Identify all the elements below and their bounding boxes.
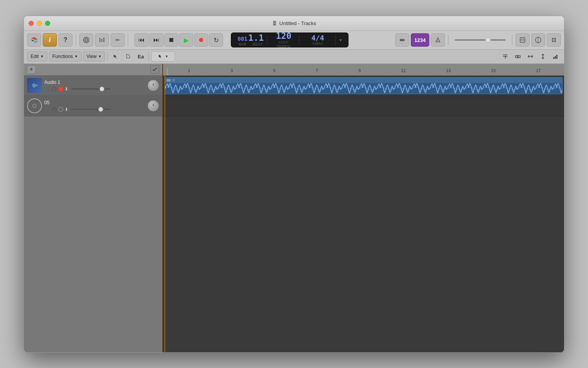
view-menu[interactable]: View ▼ (83, 51, 105, 62)
piano-button[interactable] (531, 33, 545, 47)
ea-tool[interactable]: Ea (135, 51, 146, 62)
library-icon: 📚 (31, 37, 38, 43)
count-in-button[interactable]: 1234 (411, 33, 429, 47)
lcd-bar-value: 001 (238, 36, 247, 42)
check-button[interactable] (151, 65, 159, 74)
track-2-row-area (163, 96, 564, 116)
pan-knob-2[interactable] (147, 100, 159, 112)
ruler-mark-1: 1 (188, 68, 190, 73)
sep-2 (128, 34, 128, 45)
volume-thumb[interactable] (485, 37, 491, 43)
empty-track-area (24, 116, 162, 352)
marquee-tool[interactable] (123, 51, 134, 62)
track-row[interactable]: 05 🎵 🎧 ⬇ (24, 96, 162, 116)
lcd-tempo-label: TEMPO (277, 44, 290, 48)
help-button[interactable]: ? (58, 33, 73, 47)
cursor-icon (158, 54, 163, 59)
clip-loop-icon: ⟳ (172, 78, 175, 82)
mute-button-2[interactable]: 🎵 (44, 107, 50, 112)
scissors-button[interactable]: ✂ (111, 33, 125, 47)
align-button[interactable] (500, 51, 511, 62)
fast-forward-button[interactable]: ⏭ (149, 33, 163, 47)
record-button[interactable]: ⏺ (194, 33, 208, 47)
ea-label: Ea (138, 54, 144, 60)
loop-browser-button[interactable] (79, 33, 93, 47)
timeline-ruler[interactable]: 1 3 5 7 9 11 13 15 17 (163, 64, 564, 76)
rewind-icon: ⏮ (138, 36, 145, 44)
lcd-bar-label: BAR (239, 42, 247, 46)
track-canvas: 05 ⟳ (163, 76, 564, 352)
minimize-button[interactable] (37, 21, 42, 26)
score-icon (519, 36, 526, 44)
edit-chevron-icon: ▼ (40, 54, 44, 58)
cursor-select[interactable]: ▼ (151, 51, 175, 62)
cycle-button[interactable]: ↻ (209, 33, 223, 47)
audio-clip[interactable]: 05 ⟳ (165, 77, 563, 94)
record-arm-button-2[interactable] (58, 107, 63, 112)
volume-slider[interactable] (455, 39, 506, 41)
plugin-button[interactable] (547, 33, 561, 47)
stop-button[interactable]: ⏹ (164, 33, 178, 47)
track-icon-audio (27, 78, 42, 93)
download-button-1[interactable]: ⬇ (65, 87, 68, 92)
pointer-tool[interactable] (110, 51, 121, 62)
track-row[interactable]: Audio 1 🎵 🎧 ⬇ (24, 76, 162, 96)
snap-button[interactable] (512, 51, 523, 62)
lcd-beat-label: BEAT (253, 42, 263, 46)
svg-rect-15 (554, 38, 556, 40)
secondary-right (500, 51, 561, 62)
ruler-mark-15: 15 (491, 68, 496, 73)
track-controls-2: 🎵 🎧 ⬇ (44, 107, 145, 112)
record-arm-button-1[interactable] (58, 87, 63, 91)
solo-button-2[interactable]: 🎧 (51, 107, 57, 112)
lcd-dropdown-button[interactable]: ▼ (336, 34, 345, 45)
track-volume-1[interactable] (71, 88, 111, 90)
pencil-button[interactable]: ✏ (395, 33, 409, 47)
zoom-in-button[interactable] (537, 51, 548, 62)
lcd-timesig[interactable]: 4/4 Cmaj (300, 34, 336, 45)
mixer-icon (98, 36, 105, 44)
pan-knob-1[interactable] (147, 80, 159, 91)
functions-menu[interactable]: Functions ▼ (49, 51, 82, 62)
clip-label: 05 (167, 78, 171, 82)
zoom-vertical-icon (540, 53, 546, 60)
lcd-tempo[interactable]: 120 KEEP TEMPO (268, 34, 299, 45)
volume-thumb-1[interactable] (100, 87, 104, 91)
master-volume (455, 39, 506, 41)
svg-rect-23 (518, 56, 520, 58)
add-track-button[interactable]: + (27, 65, 36, 74)
scissors-icon: ✂ (115, 37, 120, 43)
sep-4 (512, 34, 512, 45)
help-icon: ? (64, 36, 67, 44)
close-button[interactable] (29, 21, 34, 26)
edit-menu[interactable]: Edit ▼ (27, 51, 47, 62)
volume-level-button[interactable] (550, 51, 561, 62)
volume-thumb-2[interactable] (98, 107, 103, 112)
toolbar-right: ✏ 1234 (395, 33, 561, 47)
play-button[interactable]: ▶ (179, 33, 193, 47)
playhead[interactable] (167, 64, 168, 75)
ruler-mark-7: 7 (316, 68, 318, 73)
solo-button-1[interactable]: 🎧 (51, 87, 57, 92)
mixer-button[interactable] (95, 33, 109, 47)
mute-button-1[interactable]: 🎵 (44, 87, 50, 92)
library-button[interactable]: 📚 (27, 33, 41, 47)
cursor-chevron-icon: ▼ (165, 54, 169, 58)
fullscreen-button[interactable] (45, 21, 50, 26)
download-button-2[interactable]: ⬇ (65, 107, 68, 112)
lcd-position[interactable]: 001 1.1 BAR BEAT (234, 34, 267, 45)
count-in-label: 1234 (414, 37, 426, 43)
tuner-button[interactable] (431, 33, 445, 47)
score-button[interactable] (515, 33, 530, 47)
chevron-down-icon: ▼ (339, 38, 343, 42)
play-icon: ▶ (184, 36, 189, 44)
pencil-icon: ✏ (400, 36, 405, 44)
timeline-area: 1 3 5 7 9 11 13 15 17 (163, 64, 564, 352)
waveform-svg (165, 83, 562, 94)
ruler-mark-5: 5 (273, 68, 276, 73)
track-volume-2[interactable] (71, 109, 111, 110)
rewind-button[interactable]: ⏮ (134, 33, 149, 47)
zoom-out-button[interactable] (525, 51, 536, 62)
waveform-icon (30, 81, 39, 90)
info-button[interactable]: i (43, 33, 57, 47)
